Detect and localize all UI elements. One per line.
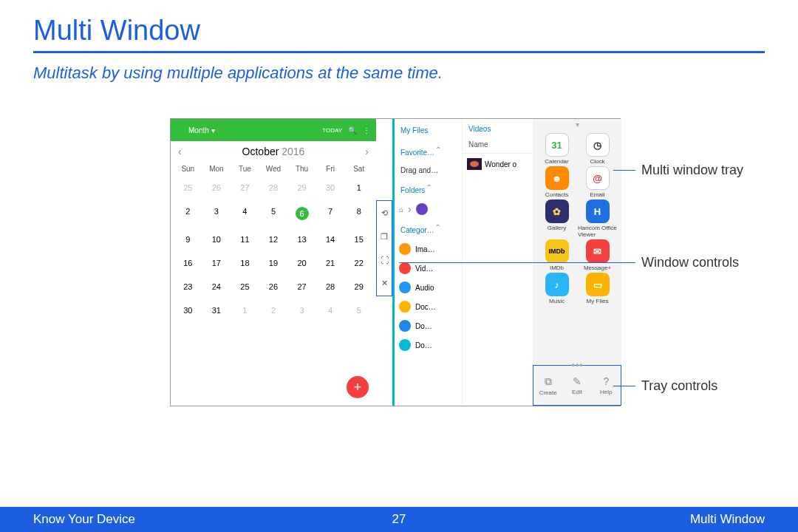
calendar-day-cell[interactable]: 20 [287, 251, 316, 275]
tray-control-create[interactable]: ⧉Create [533, 366, 562, 405]
calendar-dow: Mon [202, 162, 231, 176]
tray-app-email[interactable]: @Email [578, 166, 617, 198]
calendar-day-cell[interactable]: 11 [231, 228, 259, 251]
calendar-day-cell[interactable]: 4 [316, 299, 345, 322]
calendar-day-cell[interactable]: 27 [287, 275, 316, 299]
calendar-day-cell[interactable]: 25 [231, 275, 259, 299]
title-divider [33, 51, 765, 53]
calendar-day-cell[interactable]: 30 [316, 176, 345, 200]
calendar-day-cell[interactable]: 28 [259, 176, 288, 200]
calendar-day-cell[interactable]: 25 [174, 176, 202, 200]
category-label: Audio [415, 284, 434, 292]
calendar-day-cell[interactable]: 3 [287, 299, 316, 322]
calendar-day-cell[interactable]: 26 [259, 275, 288, 299]
page-footer: Know Your Device 27 Multi Window [0, 507, 798, 532]
folder-icon [416, 203, 428, 215]
breadcrumb-row[interactable]: ⌂ › [395, 200, 462, 219]
files-column-header: Name [463, 139, 533, 154]
calendar-day-cell[interactable]: 10 [202, 228, 231, 251]
calendar-day-cell[interactable]: 28 [316, 275, 345, 299]
tray-app-gallery[interactable]: ✿Gallery [537, 200, 576, 238]
next-month-button[interactable]: › [365, 146, 369, 157]
calendar-dow: Fri [316, 162, 345, 176]
calendar-day-cell[interactable]: 15 [344, 228, 373, 251]
calendar-day-cell[interactable]: 1 [231, 299, 259, 322]
drag-hint: Drag and… [395, 162, 462, 179]
category-item[interactable]: Audio [395, 278, 462, 297]
calendar-day-cell[interactable]: 1 [344, 176, 373, 200]
favorite-section[interactable]: Favorite… ˆ [395, 141, 462, 162]
category-label: Doc… [415, 303, 436, 311]
more-icon[interactable]: ⋮ [363, 126, 370, 134]
calendar-day-cell[interactable]: 23 [174, 275, 202, 299]
calendar-day-cell[interactable]: 2 [174, 200, 202, 228]
category-item[interactable]: Do… [395, 316, 462, 335]
edit-icon: ✎ [573, 375, 582, 387]
maximize-icon[interactable]: ⛶ [381, 256, 389, 265]
app-label: Contacts [545, 191, 569, 198]
tray-control-label: Create [539, 389, 557, 396]
swap-windows-icon[interactable]: ⟲ [381, 208, 388, 218]
calendar-day-cell[interactable]: 8 [344, 200, 373, 228]
add-event-fab[interactable]: + [347, 376, 369, 398]
tray-app-contacts[interactable]: ☻Contacts [537, 166, 576, 198]
calendar-day-cell[interactable]: 5 [344, 299, 373, 322]
footer-topic-name: Multi Window [690, 512, 765, 527]
calendar-day-cell[interactable]: 24 [202, 275, 231, 299]
app-icon: ♪ [545, 273, 569, 296]
calendar-day-cell[interactable]: 27 [231, 176, 259, 200]
tray-app-calendar[interactable]: 31Calendar [537, 133, 576, 165]
calendar-dow: Thu [287, 162, 316, 176]
calendar-day-cell[interactable]: 31 [202, 299, 231, 322]
calendar-day-cell[interactable]: 3 [202, 200, 231, 228]
calendar-day-cell[interactable]: 21 [316, 251, 345, 275]
calendar-day-cell[interactable]: 16 [174, 251, 202, 275]
help-icon: ? [603, 375, 609, 387]
category-section[interactable]: Categor… ˆ [395, 219, 462, 239]
calendar-day-cell[interactable]: 7 [316, 200, 345, 228]
calendar-grid: SunMonTueWedThuFriSat2526272829301234567… [171, 162, 376, 322]
folders-section[interactable]: Folders ˆ [395, 179, 462, 200]
category-label: Do… [415, 322, 432, 330]
app-label: Hancom Office Viewer [578, 225, 617, 238]
calendar-day-cell[interactable]: 29 [344, 275, 373, 299]
app-label: My Files [587, 298, 609, 304]
category-icon [399, 339, 411, 351]
calendar-day-cell[interactable]: 14 [316, 228, 345, 251]
callout-multi-window-tray: Multi window tray [641, 163, 743, 178]
calendar-today-button[interactable]: TODAY [322, 127, 342, 134]
category-item[interactable]: Do… [395, 335, 462, 355]
file-row[interactable]: Wonder o [463, 154, 533, 174]
calendar-day-cell[interactable]: 26 [202, 176, 231, 200]
tray-control-edit[interactable]: ✎Edit [562, 366, 591, 405]
calendar-day-cell[interactable]: 17 [202, 251, 231, 275]
calendar-day-cell[interactable]: 6 [287, 200, 316, 228]
tray-app-music[interactable]: ♪Music [537, 273, 576, 304]
file-name: Wonder o [485, 160, 516, 168]
tray-handle-icon[interactable]: ▾ [533, 119, 621, 129]
close-icon[interactable]: ✕ [381, 279, 388, 288]
calendar-day-cell[interactable]: 9 [174, 228, 202, 251]
calendar-day-cell[interactable]: 5 [259, 200, 288, 228]
window-controls-strip[interactable]: ⟲ ❐ ⛶ ✕ [376, 200, 392, 296]
callout-window-controls: Window controls [641, 255, 739, 270]
search-icon[interactable]: 🔍 [348, 126, 357, 134]
calendar-day-cell[interactable]: 4 [231, 200, 259, 228]
calendar-mode-dropdown[interactable]: Month ▾ [183, 126, 215, 134]
calendar-day-cell[interactable]: 22 [344, 251, 373, 275]
tray-app-clock[interactable]: ◷Clock [578, 133, 617, 165]
calendar-day-cell[interactable]: 2 [259, 299, 288, 322]
prev-month-button[interactable]: ‹ [178, 146, 182, 157]
popup-window-icon[interactable]: ❐ [381, 232, 388, 242]
category-item[interactable]: Doc… [395, 297, 462, 316]
tray-app-my-files[interactable]: ▭My Files [578, 273, 617, 304]
files-folder-header[interactable]: Videos [463, 119, 533, 139]
page-title: Multi Window [33, 15, 765, 47]
calendar-day-cell[interactable]: 13 [287, 228, 316, 251]
calendar-day-cell[interactable]: 29 [287, 176, 316, 200]
calendar-day-cell[interactable]: 12 [259, 228, 288, 251]
calendar-day-cell[interactable]: 19 [259, 251, 288, 275]
calendar-day-cell[interactable]: 30 [174, 299, 202, 322]
tray-app-hancom-office-viewer[interactable]: HHancom Office Viewer [578, 200, 617, 238]
calendar-day-cell[interactable]: 18 [231, 251, 259, 275]
